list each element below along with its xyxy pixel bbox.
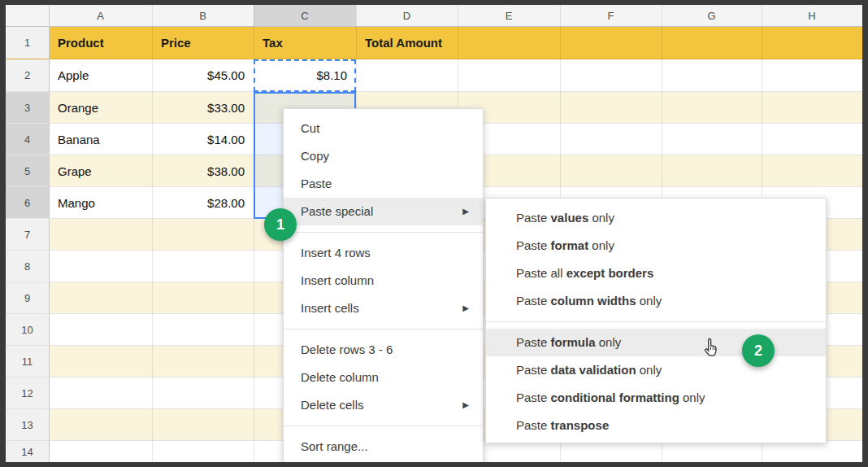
submenu-arrow-icon: ▶ bbox=[462, 391, 469, 419]
row-header-1[interactable]: 1 bbox=[6, 27, 49, 59]
row-header-12[interactable]: 12 bbox=[6, 378, 49, 408]
item-text: Paste bbox=[516, 363, 551, 377]
submenu-arrow-icon: ▶ bbox=[462, 198, 469, 225]
menu-item-delete-cells[interactable]: Delete cells ▶ bbox=[284, 391, 483, 419]
column-header-d[interactable]: D bbox=[356, 5, 458, 26]
cell-b5[interactable]: $38.00 bbox=[152, 155, 254, 186]
cell-d2[interactable] bbox=[356, 59, 458, 91]
column-header-c[interactable]: C bbox=[254, 5, 356, 26]
item-text-bold: column widths bbox=[551, 294, 636, 308]
cell-a3[interactable]: Orange bbox=[49, 92, 152, 123]
menu-item-insert-cells[interactable]: Insert cells ▶ bbox=[284, 295, 483, 322]
menu-item-delete-rows[interactable]: Delete rows 3 - 6 bbox=[284, 336, 483, 364]
cell-a1[interactable]: Product bbox=[49, 27, 152, 59]
menu-item-copy[interactable]: Copy bbox=[284, 142, 483, 170]
column-header-a[interactable]: A bbox=[49, 5, 152, 26]
menu-item-paste-special[interactable]: Paste special ▶ bbox=[284, 198, 483, 225]
empty-cells[interactable] bbox=[458, 27, 862, 59]
item-text: Paste bbox=[516, 418, 551, 432]
menu-separator bbox=[284, 426, 483, 426]
column-header-b[interactable]: B bbox=[152, 5, 254, 26]
item-text-bold: conditional formatting bbox=[551, 391, 679, 404]
column-header-h[interactable]: H bbox=[762, 5, 862, 26]
step-2-badge: 2 bbox=[742, 334, 775, 367]
row-header-7[interactable]: 7 bbox=[6, 219, 49, 250]
menu-item-paste[interactable]: Paste bbox=[284, 170, 483, 198]
cell-a4[interactable]: Banana bbox=[49, 124, 152, 155]
column-header-e[interactable]: E bbox=[458, 5, 560, 26]
table-row: 1 Product Price Tax Total Amount bbox=[6, 27, 862, 59]
menu-item-insert-4-rows[interactable]: Insert 4 rows bbox=[284, 239, 483, 267]
cell-b6[interactable]: $28.00 bbox=[152, 187, 254, 218]
item-text: Paste bbox=[516, 391, 551, 404]
cell-b1[interactable]: Price bbox=[152, 27, 254, 59]
row-header-11[interactable]: 11 bbox=[6, 346, 49, 377]
empty-cells[interactable] bbox=[458, 92, 862, 123]
menu-separator bbox=[284, 232, 483, 233]
submenu-item-paste-values-only[interactable]: Paste values only bbox=[486, 204, 826, 232]
submenu-item-paste-conditional-formatting-only[interactable]: Paste conditional formatting only bbox=[486, 384, 826, 412]
submenu-item-paste-column-widths-only[interactable]: Paste column widths only bbox=[486, 287, 826, 315]
cell-c2-copied[interactable]: $8.10 bbox=[254, 59, 356, 91]
item-text: only bbox=[679, 391, 705, 404]
menu-item-delete-column[interactable]: Delete column bbox=[284, 364, 483, 391]
paste-special-submenu: Paste values only Paste format only Past… bbox=[485, 198, 827, 443]
menu-separator bbox=[486, 321, 826, 322]
select-all-corner[interactable] bbox=[6, 5, 49, 26]
row-header-6[interactable]: 6 bbox=[6, 187, 49, 218]
row-header-9[interactable]: 9 bbox=[6, 282, 49, 313]
cell-a5[interactable]: Grape bbox=[49, 155, 152, 186]
submenu-item-paste-data-validation-only[interactable]: Paste data validation only bbox=[486, 356, 826, 384]
submenu-item-paste-formula-only[interactable]: Paste formula only bbox=[486, 329, 826, 356]
item-text-bold: format bbox=[551, 238, 589, 252]
item-text-bold: except borders bbox=[566, 266, 654, 280]
menu-item-label: Paste special bbox=[301, 204, 373, 218]
menu-item-sort-range[interactable]: Sort range... bbox=[284, 433, 483, 460]
row-header-3[interactable]: 3 bbox=[6, 92, 49, 123]
row-header-5[interactable]: 5 bbox=[6, 155, 49, 186]
menu-item-insert-column[interactable]: Insert column bbox=[284, 267, 483, 295]
empty-cells[interactable] bbox=[458, 124, 862, 155]
item-text: Paste bbox=[516, 211, 551, 225]
item-text: Paste bbox=[516, 335, 551, 349]
submenu-item-paste-transpose[interactable]: Paste transpose bbox=[486, 412, 826, 439]
row-header-14[interactable]: 14 bbox=[6, 441, 49, 462]
cell-d1[interactable]: Total Amount bbox=[356, 27, 458, 59]
menu-separator bbox=[284, 329, 483, 330]
column-header-g[interactable]: G bbox=[662, 5, 762, 26]
item-text: only bbox=[588, 211, 614, 225]
cell-c1[interactable]: Tax bbox=[254, 27, 356, 59]
row-header-4[interactable]: 4 bbox=[6, 124, 49, 155]
row-header-13[interactable]: 13 bbox=[6, 409, 49, 440]
menu-item-cut[interactable]: Cut bbox=[284, 115, 483, 142]
menu-item-label: Insert cells bbox=[301, 301, 359, 315]
step-1-badge: 1 bbox=[264, 208, 297, 241]
row-header-10[interactable]: 10 bbox=[6, 314, 49, 345]
cell-a2[interactable]: Apple bbox=[49, 59, 152, 91]
submenu-arrow-icon: ▶ bbox=[462, 295, 469, 322]
item-text: only bbox=[636, 294, 662, 308]
item-text-bold: transpose bbox=[551, 418, 610, 432]
menu-item-label: Delete cells bbox=[301, 398, 364, 412]
item-text: only bbox=[588, 238, 614, 252]
row-header-2[interactable]: 2 bbox=[6, 59, 49, 91]
context-menu: Cut Copy Paste Paste special ▶ Insert 4 … bbox=[283, 108, 484, 467]
empty-cells[interactable] bbox=[458, 155, 862, 186]
item-text-bold: formula bbox=[551, 335, 596, 349]
submenu-item-paste-all-except-borders[interactable]: Paste all except borders bbox=[486, 260, 826, 287]
item-text-bold: values bbox=[551, 211, 589, 225]
cell-b4[interactable]: $14.00 bbox=[152, 124, 254, 155]
submenu-item-paste-format-only[interactable]: Paste format only bbox=[486, 232, 826, 260]
cell-a6[interactable]: Mango bbox=[49, 187, 152, 218]
cell-b2[interactable]: $45.00 bbox=[152, 59, 254, 91]
spreadsheet-screenshot: A B C D E F G H 1 Product Price Tax Tota… bbox=[0, 0, 868, 467]
item-text: Paste all bbox=[516, 266, 566, 280]
cell-b3[interactable]: $33.00 bbox=[152, 92, 254, 123]
item-text: Paste bbox=[516, 294, 551, 308]
item-text: only bbox=[596, 335, 622, 349]
column-header-row: A B C D E F G H bbox=[6, 5, 862, 27]
column-header-f[interactable]: F bbox=[560, 5, 662, 26]
row-header-8[interactable]: 8 bbox=[6, 251, 49, 282]
empty-cells[interactable] bbox=[458, 59, 862, 91]
item-text-bold: data validation bbox=[551, 363, 636, 377]
